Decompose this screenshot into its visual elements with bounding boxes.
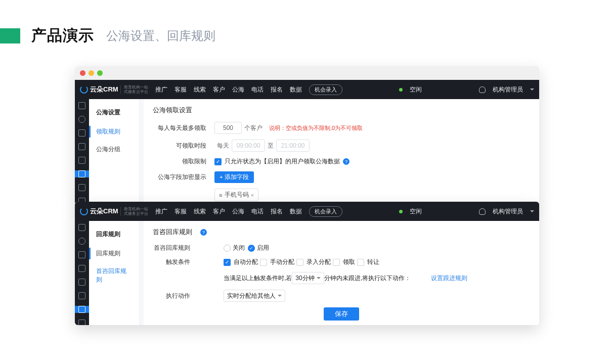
brand-text: 云朵CRM <box>90 85 118 94</box>
mac-traffic-lights <box>75 66 539 80</box>
chevron-down-icon[interactable] <box>530 210 534 212</box>
nav-opportunity-button[interactable]: 机会录入 <box>309 206 342 217</box>
restrict-text: 只允许状态为【启用】的用户领取公海数据 <box>225 157 340 166</box>
trigger-label: 触发条件 <box>153 258 198 266</box>
rail-home-icon[interactable] <box>78 292 85 299</box>
left-rail <box>75 99 89 205</box>
side-title: 回库规则 <box>89 228 139 245</box>
chevron-down-icon <box>278 295 282 297</box>
menu-claim-rules[interactable]: 领取规则 <box>89 123 139 141</box>
slide-header: 产品演示 公海设置、回库规则 <box>0 0 612 55</box>
nav-phone[interactable]: 电话 <box>251 207 264 216</box>
nav-signup[interactable]: 报名 <box>271 85 283 94</box>
nav-customers[interactable]: 客户 <box>213 207 225 216</box>
status-text: 空闲 <box>410 85 422 94</box>
rail-grid-icon[interactable] <box>78 224 85 231</box>
window-return-rules: 云朵CRM 教育机构一站式服务云平台 推广 客服 线索 客户 公海 电话 报名 … <box>75 202 539 325</box>
rail-chart-icon[interactable] <box>78 129 85 136</box>
chk-auto[interactable] <box>224 259 231 266</box>
maximize-icon[interactable] <box>97 70 103 76</box>
nav-promo[interactable]: 推广 <box>155 207 167 216</box>
nav-data[interactable]: 数据 <box>290 85 302 94</box>
limit-suffix: 个客户 <box>244 124 263 132</box>
nav-data[interactable]: 数据 <box>290 207 302 216</box>
nav-leads[interactable]: 线索 <box>194 85 206 94</box>
rail-triangle-icon[interactable] <box>78 184 85 191</box>
minutes-select[interactable]: 30分钟 <box>292 272 324 284</box>
save-button[interactable]: 保存 <box>324 307 359 321</box>
rail-grid-icon[interactable] <box>78 102 85 109</box>
restrict-checkbox[interactable] <box>214 158 222 165</box>
rule-label: 首咨回库规则 <box>153 244 198 252</box>
nav-opportunity-button[interactable]: 机会录入 <box>309 84 342 95</box>
rail-person-icon[interactable] <box>78 320 85 325</box>
side-title: 公海设置 <box>89 106 139 123</box>
window-public-sea: 云朵CRM 教育机构一站式服务云平台 推广 客服 线索 客户 公海 电话 报名 … <box>75 66 539 205</box>
nav-phone[interactable]: 电话 <box>251 85 264 94</box>
accent-bar <box>0 28 20 43</box>
slide-subtitle: 公海设置、回库规则 <box>106 28 215 44</box>
help-icon[interactable]: ? <box>200 229 207 236</box>
action-label: 执行动作 <box>153 292 198 300</box>
time-sep: 至 <box>268 142 274 150</box>
nav-publicsea[interactable]: 公海 <box>232 207 244 216</box>
nav-support[interactable]: 客服 <box>174 85 187 94</box>
brand: 云朵CRM 教育机构一站式服务云平台 <box>80 85 148 94</box>
help-icon[interactable]: ? <box>343 158 349 165</box>
chk-transfer[interactable] <box>357 259 364 266</box>
time-label: 可领取时段 <box>153 142 214 150</box>
content-panel-2: 首咨回库规则 ? 首咨回库规则 关闭 启用 触发条件 自动分配 <box>140 221 539 325</box>
drag-icon: ≡ <box>219 192 223 198</box>
rail-chart-icon[interactable] <box>78 251 85 258</box>
user-name[interactable]: 机构管理员 <box>493 85 523 94</box>
time-to-input[interactable] <box>276 140 310 152</box>
nav-publicsea[interactable]: 公海 <box>232 85 244 94</box>
limit-input[interactable] <box>214 122 242 134</box>
rail-shield-icon[interactable] <box>78 238 85 245</box>
nav-customers[interactable]: 客户 <box>213 85 225 94</box>
rail-triangle-icon[interactable] <box>78 306 85 313</box>
chk-claim[interactable] <box>333 259 340 266</box>
action-select[interactable]: 实时分配给其他人 <box>224 290 285 302</box>
rail-user-icon[interactable] <box>78 265 85 272</box>
status-indicator-icon <box>399 210 403 213</box>
menu-return-rules[interactable]: 回库规则 <box>89 245 139 262</box>
rail-cloud-icon[interactable] <box>78 157 85 164</box>
nav-promo[interactable]: 推广 <box>155 85 167 94</box>
add-field-button[interactable]: + 添加字段 <box>214 171 254 183</box>
bell-icon[interactable] <box>479 208 486 215</box>
cloud-logo-icon <box>80 207 88 215</box>
nav-leads[interactable]: 线索 <box>194 207 206 216</box>
slide-title: 产品演示 <box>31 25 94 46</box>
chk-manual[interactable] <box>260 259 267 266</box>
top-nav-2: 云朵CRM 教育机构一站式服务云平台 推广 客服 线索 客户 公海 电话 报名 … <box>75 202 539 221</box>
side-menu: 回库规则 回库规则 首咨回库规则 <box>89 221 140 325</box>
set-followup-link[interactable]: 设置跟进规则 <box>431 274 467 283</box>
radio-on[interactable] <box>248 245 255 252</box>
close-icon[interactable] <box>80 70 85 76</box>
time-from-input[interactable] <box>232 140 265 152</box>
chip-label: 手机号码 <box>225 191 249 199</box>
nav-signup[interactable]: 报名 <box>271 207 283 216</box>
status-indicator-icon <box>399 88 403 92</box>
limit-note: 说明：空或负值为不限制,0为不可领取 <box>269 124 363 132</box>
content-panel: 公海领取设置 每人每天最多领取 个客户 说明：空或负值为不限制,0为不可领取 可… <box>140 99 539 205</box>
nav-support[interactable]: 客服 <box>174 207 187 216</box>
section-title: 公海领取设置 <box>153 106 530 115</box>
rail-home-icon[interactable] <box>78 170 85 177</box>
chevron-down-icon <box>317 277 321 279</box>
rail-user-icon[interactable] <box>78 143 85 150</box>
minimize-icon[interactable] <box>89 70 94 76</box>
bell-icon[interactable] <box>479 86 486 93</box>
field-chip[interactable]: ≡ 手机号码 × <box>214 189 258 201</box>
rail-shield-icon[interactable] <box>78 116 85 123</box>
chk-entry[interactable] <box>296 259 303 266</box>
menu-sea-groups[interactable]: 公海分组 <box>89 141 139 158</box>
rail-cloud-icon[interactable] <box>78 279 85 286</box>
radio-off[interactable] <box>224 245 231 252</box>
chip-remove-icon[interactable]: × <box>251 192 254 198</box>
brand-sub: 教育机构一站式服务云平台 <box>120 85 148 94</box>
top-nav: 云朵CRM 教育机构一站式服务云平台 推广 客服 线索 客户 公海 电话 报名 … <box>75 80 539 99</box>
chevron-down-icon[interactable] <box>530 88 534 90</box>
menu-first-consult[interactable]: 首咨回库规则 <box>89 262 139 289</box>
